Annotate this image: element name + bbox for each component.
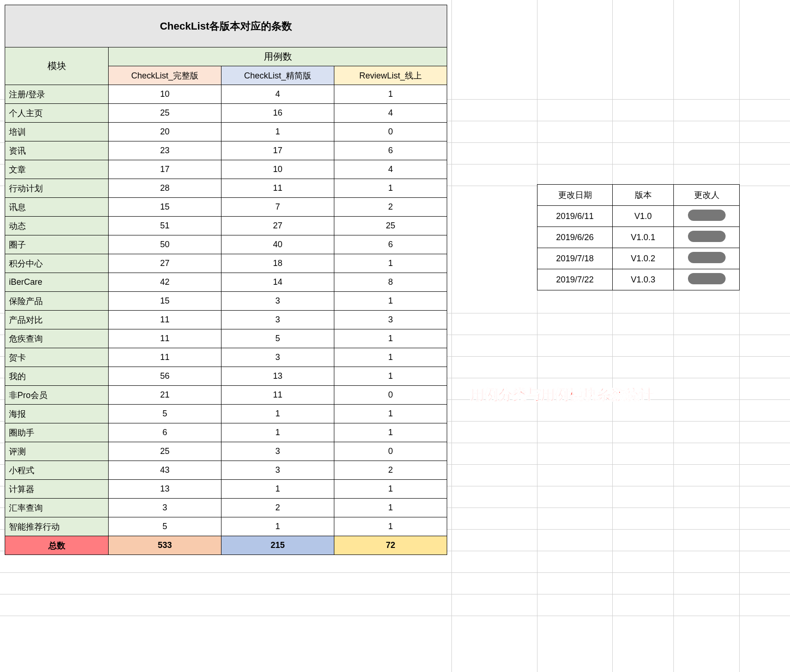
full-cell[interactable]: 15 [109, 292, 221, 311]
review-cell[interactable]: 6 [334, 235, 447, 254]
table-row[interactable]: 注册/登录1041 [5, 85, 447, 104]
full-cell[interactable]: 25 [109, 442, 221, 461]
version-row[interactable]: 2019/7/22V1.0.3 [537, 269, 740, 290]
review-cell[interactable]: 8 [334, 273, 447, 292]
table-row[interactable]: 非Pro会员21110 [5, 386, 447, 405]
review-cell[interactable]: 0 [334, 123, 447, 141]
header-usecase[interactable]: 用例数 [109, 47, 447, 66]
version-date[interactable]: 2019/6/11 [537, 206, 613, 227]
module-cell[interactable]: 贺卡 [5, 348, 109, 367]
module-cell[interactable]: 动态 [5, 217, 109, 235]
review-cell[interactable]: 6 [334, 141, 447, 160]
simple-cell[interactable]: 1 [221, 480, 334, 499]
review-cell[interactable]: 1 [334, 329, 447, 348]
table-row[interactable]: 行动计划28111 [5, 179, 447, 198]
simple-cell[interactable]: 5 [221, 329, 334, 348]
review-cell[interactable]: 4 [334, 160, 447, 179]
module-cell[interactable]: 资讯 [5, 141, 109, 160]
simple-cell[interactable]: 4 [221, 85, 334, 104]
simple-cell[interactable]: 2 [221, 499, 334, 517]
table-row[interactable]: 动态512725 [5, 217, 447, 235]
version-header-version[interactable]: 版本 [613, 185, 674, 206]
version-header-date[interactable]: 更改日期 [537, 185, 613, 206]
review-cell[interactable]: 1 [334, 423, 447, 442]
full-cell[interactable]: 25 [109, 104, 221, 123]
table-row[interactable]: 积分中心27181 [5, 254, 447, 273]
simple-cell[interactable]: 1 [221, 517, 334, 536]
review-cell[interactable]: 1 [334, 292, 447, 311]
full-cell[interactable]: 28 [109, 179, 221, 198]
module-cell[interactable]: 讯息 [5, 198, 109, 217]
full-cell[interactable]: 51 [109, 217, 221, 235]
module-cell[interactable]: 个人主页 [5, 104, 109, 123]
total-review[interactable]: 72 [334, 536, 447, 555]
table-row[interactable]: 小程式4332 [5, 461, 447, 480]
review-cell[interactable]: 0 [334, 442, 447, 461]
version-row[interactable]: 2019/6/11V1.0 [537, 206, 740, 227]
full-cell[interactable]: 13 [109, 480, 221, 499]
version-number[interactable]: V1.0.2 [613, 248, 674, 269]
module-cell[interactable]: 圈助手 [5, 423, 109, 442]
simple-cell[interactable]: 10 [221, 160, 334, 179]
review-cell[interactable]: 2 [334, 198, 447, 217]
simple-cell[interactable]: 3 [221, 461, 334, 480]
full-cell[interactable]: 23 [109, 141, 221, 160]
version-author[interactable] [674, 269, 740, 290]
full-cell[interactable]: 5 [109, 405, 221, 423]
module-cell[interactable]: 产品对比 [5, 311, 109, 329]
module-cell[interactable]: 行动计划 [5, 179, 109, 198]
simple-cell[interactable]: 3 [221, 292, 334, 311]
version-date[interactable]: 2019/7/18 [537, 248, 613, 269]
simple-cell[interactable]: 3 [221, 442, 334, 461]
simple-cell[interactable]: 1 [221, 405, 334, 423]
header-full[interactable]: CheckList_完整版 [109, 66, 221, 85]
version-number[interactable]: V1.0 [613, 206, 674, 227]
table-row[interactable]: 危疾查询1151 [5, 329, 447, 348]
review-cell[interactable]: 1 [334, 480, 447, 499]
simple-cell[interactable]: 3 [221, 348, 334, 367]
module-cell[interactable]: 海报 [5, 405, 109, 423]
version-number[interactable]: V1.0.3 [613, 269, 674, 290]
header-simple[interactable]: CheckList_精简版 [221, 66, 334, 85]
full-cell[interactable]: 42 [109, 273, 221, 292]
review-cell[interactable]: 1 [334, 179, 447, 198]
review-cell[interactable]: 1 [334, 499, 447, 517]
table-row[interactable]: 我的56131 [5, 367, 447, 386]
module-cell[interactable]: 计算器 [5, 480, 109, 499]
table-row[interactable]: 保险产品1531 [5, 292, 447, 311]
review-cell[interactable]: 2 [334, 461, 447, 480]
module-cell[interactable]: 圈子 [5, 235, 109, 254]
simple-cell[interactable]: 1 [221, 123, 334, 141]
review-cell[interactable]: 1 [334, 405, 447, 423]
review-cell[interactable]: 1 [334, 85, 447, 104]
review-cell[interactable]: 3 [334, 311, 447, 329]
full-cell[interactable]: 5 [109, 517, 221, 536]
simple-cell[interactable]: 11 [221, 179, 334, 198]
full-cell[interactable]: 11 [109, 348, 221, 367]
simple-cell[interactable]: 1 [221, 423, 334, 442]
module-cell[interactable]: 保险产品 [5, 292, 109, 311]
review-cell[interactable]: 4 [334, 104, 447, 123]
module-cell[interactable]: 我的 [5, 367, 109, 386]
review-cell[interactable]: 0 [334, 386, 447, 405]
version-author[interactable] [674, 206, 740, 227]
version-author[interactable] [674, 248, 740, 269]
module-cell[interactable]: 积分中心 [5, 254, 109, 273]
full-cell[interactable]: 20 [109, 123, 221, 141]
module-cell[interactable]: 非Pro会员 [5, 386, 109, 405]
review-cell[interactable]: 1 [334, 517, 447, 536]
simple-cell[interactable]: 18 [221, 254, 334, 273]
module-cell[interactable]: 智能推荐行动 [5, 517, 109, 536]
table-row[interactable]: 培训2010 [5, 123, 447, 141]
full-cell[interactable]: 11 [109, 311, 221, 329]
full-cell[interactable]: 6 [109, 423, 221, 442]
simple-cell[interactable]: 7 [221, 198, 334, 217]
simple-cell[interactable]: 27 [221, 217, 334, 235]
table-row[interactable]: 海报511 [5, 405, 447, 423]
checklist-table[interactable]: CheckList各版本对应的条数 模块 用例数 CheckList_完整版 C… [5, 5, 447, 555]
table-row[interactable]: 汇率查询321 [5, 499, 447, 517]
full-cell[interactable]: 56 [109, 367, 221, 386]
review-cell[interactable]: 1 [334, 367, 447, 386]
version-header-author[interactable]: 更改人 [674, 185, 740, 206]
table-row[interactable]: 产品对比1133 [5, 311, 447, 329]
